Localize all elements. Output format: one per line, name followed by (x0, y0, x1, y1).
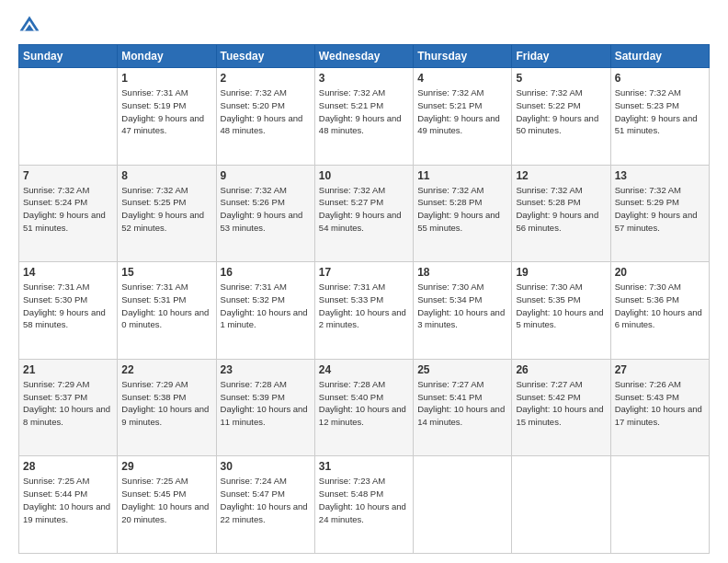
day-number: 27 (615, 363, 705, 376)
day-info: Sunrise: 7:29 AM Sunset: 5:38 PM Dayligh… (121, 378, 211, 429)
calendar-cell: 27 Sunrise: 7:26 AM Sunset: 5:43 PM Dayl… (610, 359, 709, 456)
sunset-text: Sunset: 5:26 PM (221, 197, 285, 207)
sunset-text: Sunset: 5:24 PM (23, 197, 87, 207)
sunrise-text: Sunrise: 7:25 AM (23, 476, 89, 486)
calendar-cell: 26 Sunrise: 7:27 AM Sunset: 5:42 PM Dayl… (512, 359, 610, 456)
sunrise-text: Sunrise: 7:32 AM (615, 185, 681, 195)
calendar-header: SundayMondayTuesdayWednesdayThursdayFrid… (19, 45, 710, 68)
sunrise-text: Sunrise: 7:32 AM (417, 185, 483, 195)
calendar-cell: 17 Sunrise: 7:31 AM Sunset: 5:33 PM Dayl… (314, 262, 413, 360)
day-number: 4 (417, 72, 507, 85)
days-of-week-row: SundayMondayTuesdayWednesdayThursdayFrid… (19, 45, 710, 68)
sunset-text: Sunset: 5:43 PM (615, 392, 679, 402)
daylight-text: Daylight: 10 hours and 1 minute. (221, 307, 308, 330)
day-number: 30 (221, 460, 311, 473)
sunrise-text: Sunrise: 7:31 AM (121, 282, 188, 292)
calendar-cell: 1 Sunrise: 7:31 AM Sunset: 5:19 PM Dayli… (118, 68, 216, 166)
day-info: Sunrise: 7:30 AM Sunset: 5:34 PM Dayligh… (417, 281, 507, 331)
daylight-text: Daylight: 10 hours and 3 minutes. (417, 307, 505, 330)
calendar-cell: 8 Sunrise: 7:32 AM Sunset: 5:25 PM Dayli… (118, 165, 216, 262)
calendar-cell: 2 Sunrise: 7:32 AM Sunset: 5:20 PM Dayli… (216, 68, 314, 166)
sunrise-text: Sunrise: 7:32 AM (615, 87, 681, 98)
day-number: 25 (417, 363, 507, 376)
daylight-text: Daylight: 10 hours and 19 minutes. (23, 501, 110, 524)
daylight-text: Daylight: 10 hours and 5 minutes. (516, 307, 603, 330)
day-info: Sunrise: 7:27 AM Sunset: 5:42 PM Dayligh… (516, 378, 606, 429)
day-info: Sunrise: 7:31 AM Sunset: 5:30 PM Dayligh… (23, 281, 113, 331)
day-info: Sunrise: 7:24 AM Sunset: 5:47 PM Dayligh… (221, 475, 311, 525)
calendar-body: 1 Sunrise: 7:31 AM Sunset: 5:19 PM Dayli… (19, 68, 710, 554)
day-header-thursday: Thursday (414, 45, 512, 68)
day-number: 31 (319, 460, 409, 473)
day-info: Sunrise: 7:27 AM Sunset: 5:41 PM Dayligh… (417, 378, 507, 429)
sunrise-text: Sunrise: 7:23 AM (319, 476, 385, 486)
sunrise-text: Sunrise: 7:31 AM (23, 282, 89, 292)
day-number: 14 (23, 266, 113, 279)
day-number: 6 (615, 72, 705, 85)
sunset-text: Sunset: 5:27 PM (319, 197, 383, 207)
day-number: 12 (516, 169, 606, 182)
calendar-cell: 12 Sunrise: 7:32 AM Sunset: 5:28 PM Dayl… (512, 165, 610, 262)
sunset-text: Sunset: 5:28 PM (516, 197, 580, 207)
sunrise-text: Sunrise: 7:26 AM (615, 379, 681, 389)
header (18, 15, 710, 37)
day-info: Sunrise: 7:25 AM Sunset: 5:45 PM Dayligh… (121, 475, 211, 525)
sunrise-text: Sunrise: 7:29 AM (23, 379, 89, 389)
day-number: 28 (23, 460, 113, 473)
calendar-cell: 9 Sunrise: 7:32 AM Sunset: 5:26 PM Dayli… (216, 165, 314, 262)
daylight-text: Daylight: 10 hours and 15 minutes. (516, 404, 603, 427)
sunset-text: Sunset: 5:25 PM (121, 197, 186, 207)
sunrise-text: Sunrise: 7:31 AM (221, 282, 287, 292)
sunrise-text: Sunrise: 7:27 AM (516, 379, 582, 389)
calendar-row-0: 1 Sunrise: 7:31 AM Sunset: 5:19 PM Dayli… (19, 68, 710, 166)
sunset-text: Sunset: 5:45 PM (121, 488, 186, 499)
calendar-cell: 4 Sunrise: 7:32 AM Sunset: 5:21 PM Dayli… (414, 68, 512, 166)
calendar-cell: 15 Sunrise: 7:31 AM Sunset: 5:31 PM Dayl… (118, 262, 216, 360)
page: SundayMondayTuesdayWednesdayThursdayFrid… (0, 0, 728, 563)
sunrise-text: Sunrise: 7:32 AM (319, 185, 385, 195)
day-number: 22 (121, 363, 211, 376)
day-info: Sunrise: 7:28 AM Sunset: 5:40 PM Dayligh… (319, 378, 409, 429)
calendar-cell: 18 Sunrise: 7:30 AM Sunset: 5:34 PM Dayl… (414, 262, 512, 360)
day-header-friday: Friday (512, 45, 610, 68)
sunset-text: Sunset: 5:40 PM (319, 392, 383, 402)
day-number: 1 (121, 72, 211, 85)
day-number: 8 (121, 169, 211, 182)
sunrise-text: Sunrise: 7:32 AM (121, 185, 188, 195)
sunrise-text: Sunrise: 7:32 AM (221, 87, 287, 98)
sunrise-text: Sunrise: 7:28 AM (221, 379, 287, 389)
day-info: Sunrise: 7:31 AM Sunset: 5:31 PM Dayligh… (121, 281, 211, 331)
daylight-text: Daylight: 9 hours and 50 minutes. (516, 113, 598, 136)
sunrise-text: Sunrise: 7:32 AM (417, 87, 483, 98)
sunset-text: Sunset: 5:31 PM (121, 294, 186, 304)
daylight-text: Daylight: 10 hours and 14 minutes. (417, 404, 505, 427)
day-header-wednesday: Wednesday (314, 45, 413, 68)
sunset-text: Sunset: 5:32 PM (221, 294, 285, 304)
calendar-cell: 24 Sunrise: 7:28 AM Sunset: 5:40 PM Dayl… (314, 359, 413, 456)
day-number: 23 (221, 363, 311, 376)
sunrise-text: Sunrise: 7:31 AM (121, 87, 188, 98)
daylight-text: Daylight: 9 hours and 47 minutes. (121, 113, 204, 136)
day-number: 29 (121, 460, 211, 473)
day-number: 7 (23, 169, 113, 182)
sunset-text: Sunset: 5:36 PM (615, 294, 679, 304)
daylight-text: Daylight: 9 hours and 57 minutes. (615, 210, 698, 233)
calendar-table: SundayMondayTuesdayWednesdayThursdayFrid… (18, 44, 710, 554)
day-info: Sunrise: 7:31 AM Sunset: 5:32 PM Dayligh… (221, 281, 311, 331)
sunrise-text: Sunrise: 7:29 AM (121, 379, 188, 389)
sunrise-text: Sunrise: 7:24 AM (221, 476, 287, 486)
day-info: Sunrise: 7:32 AM Sunset: 5:20 PM Dayligh… (221, 86, 311, 137)
daylight-text: Daylight: 9 hours and 48 minutes. (221, 113, 303, 136)
day-info: Sunrise: 7:32 AM Sunset: 5:26 PM Dayligh… (221, 184, 311, 235)
day-info: Sunrise: 7:31 AM Sunset: 5:33 PM Dayligh… (319, 281, 409, 331)
sunset-text: Sunset: 5:19 PM (121, 100, 186, 110)
sunrise-text: Sunrise: 7:30 AM (516, 282, 582, 292)
day-info: Sunrise: 7:30 AM Sunset: 5:35 PM Dayligh… (516, 281, 606, 331)
day-number: 9 (221, 169, 311, 182)
day-number: 3 (319, 72, 409, 85)
sunset-text: Sunset: 5:42 PM (516, 392, 580, 402)
sunset-text: Sunset: 5:21 PM (417, 100, 482, 110)
calendar-cell: 29 Sunrise: 7:25 AM Sunset: 5:45 PM Dayl… (118, 456, 216, 554)
calendar-cell (610, 456, 709, 554)
sunset-text: Sunset: 5:48 PM (319, 488, 383, 499)
